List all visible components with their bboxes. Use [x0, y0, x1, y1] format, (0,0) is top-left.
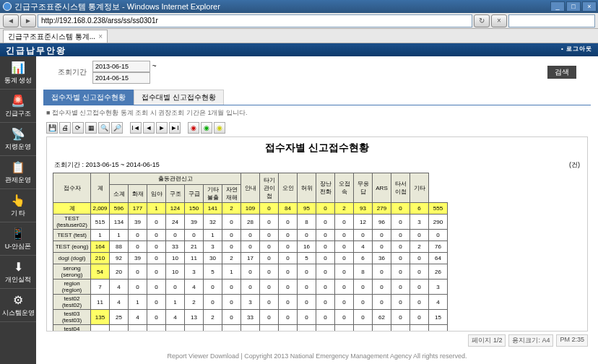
export-green-icon[interactable]: ◉ — [201, 122, 212, 134]
close-button[interactable]: × — [582, 1, 597, 12]
header-links[interactable]: • 로그아웃 — [561, 45, 592, 55]
report-statusbar: 페이지 1/2 용지크기: A4 PM 2:35 — [36, 333, 598, 348]
save-icon[interactable]: 💾 — [46, 122, 58, 134]
last-page-icon[interactable]: ►I — [169, 122, 181, 134]
report-table: 접수자계출동관련신고안내타기관이첩오인허위장난전화오접속무응답ARS타서이첩기타… — [53, 173, 448, 332]
paper-size: 용지크기: A4 — [508, 334, 553, 347]
report-title: 접수자별 신고접수현황 — [47, 137, 587, 159]
clock: PM 2:35 — [556, 334, 588, 347]
browser-tabstrip: 긴급구조표준시스템 통계... × — [0, 29, 598, 43]
address-bar: ◄ ► ↻ × — [0, 13, 598, 29]
period-label: 조회기간 — [58, 67, 87, 77]
report-period: 조회기간 : 2013-06-15 ~ 2014-06-15 — [54, 160, 160, 170]
grid-icon[interactable]: ▦ — [85, 122, 97, 134]
sidebar-item-4[interactable]: 👆기 타 — [0, 189, 36, 222]
sidebar-icon: 📋 — [11, 160, 25, 174]
sidebar-icon: 📡 — [11, 127, 25, 141]
zoom-out-icon[interactable]: 🔎 — [111, 122, 123, 134]
sidebar-item-5[interactable]: 📱U-안심폰 — [0, 222, 36, 256]
next-page-icon[interactable]: ► — [156, 122, 168, 134]
sidebar-item-1[interactable]: 🚨긴급구조 — [0, 90, 36, 123]
report-viewer[interactable]: 접수자별 신고접수현황 조회기간 : 2013-06-15 ~ 2014-06-… — [46, 136, 588, 332]
tab-by-receiver[interactable]: 접수자별 신고접수현황 — [43, 90, 134, 105]
page-header: 긴급납무안왕 • 로그아웃 — [0, 43, 598, 56]
sidebar-item-2[interactable]: 📡지령운영 — [0, 123, 36, 156]
sidebar-label: 통계 생성 — [4, 76, 32, 85]
date-to-input[interactable] — [92, 72, 150, 84]
zoom-in-icon[interactable]: 🔍 — [98, 122, 110, 134]
sidebar-icon: 🚨 — [11, 94, 25, 108]
sidebar-label: 시스템운영 — [2, 308, 35, 318]
stop-button[interactable]: × — [491, 14, 507, 27]
tab-label: 긴급구조표준시스템 통계... — [8, 32, 95, 42]
refresh-button[interactable]: ↻ — [474, 14, 490, 27]
sidebar-label: 지령운영 — [5, 142, 31, 152]
sidebar-icon: 👆 — [11, 194, 25, 207]
report-toolbar: 💾 🖨 ⟳ ▦ 🔍 🔎 I◄ ◄ ► ►I ◉ ◉ ◉ — [36, 121, 598, 135]
sidebar-item-7[interactable]: ⚙시스템운영 — [0, 289, 36, 322]
print-icon[interactable]: 🖨 — [59, 122, 71, 134]
page-indicator: 페이지 1/2 — [468, 334, 506, 347]
tab-by-desk[interactable]: 접수대별 신고접수현황 — [134, 90, 224, 105]
page-footer: Report Viewer Download | Copyright 2013 … — [36, 348, 598, 364]
window-controls: _ □ × — [550, 1, 598, 12]
prev-page-icon[interactable]: ◄ — [143, 122, 155, 134]
query-note: ■ 접수자별 신고접수현황 통계 조회 시 권장조회 기간은 1개월 입니다. — [36, 105, 598, 121]
report-unit: (건) — [569, 160, 580, 170]
export-yellow-icon[interactable]: ◉ — [214, 122, 225, 134]
sidebar: 📊통계 생성🚨긴급구조📡지령운영📋관제운영👆기 타📱U-안심폰⬇개인실적⚙시스템… — [0, 56, 36, 364]
sidebar-icon: 📊 — [11, 61, 25, 74]
sidebar-label: 개인실적 — [5, 275, 31, 285]
forward-button[interactable]: ► — [20, 14, 36, 27]
date-from-input[interactable] — [92, 61, 150, 72]
main-content: 조회기간 ~ 검색 접수자별 신고접수현황 접수대별 신고접수현황 ■ 접수자별… — [36, 56, 598, 364]
maximize-button[interactable]: □ — [566, 1, 581, 12]
window-title: 긴급구조표준시스템 통계정보 - Windows Internet Explor… — [14, 0, 220, 13]
content-tabs: 접수자별 신고접수현황 접수대별 신고접수현황 — [43, 90, 591, 105]
sidebar-item-6[interactable]: ⬇개인실적 — [0, 256, 36, 289]
sidebar-icon: 📱 — [11, 227, 25, 240]
url-input[interactable] — [38, 14, 472, 27]
ie-icon — [3, 2, 12, 11]
sidebar-icon: ⚙ — [13, 293, 23, 307]
search-button[interactable]: 검색 — [547, 66, 576, 79]
sidebar-item-0[interactable]: 📊통계 생성 — [0, 56, 36, 90]
window-titlebar: 긴급구조표준시스템 통계정보 - Windows Internet Explor… — [0, 0, 598, 13]
sidebar-item-3[interactable]: 📋관제운영 — [0, 156, 36, 189]
refresh-icon[interactable]: ⟳ — [72, 122, 84, 134]
first-page-icon[interactable]: I◄ — [130, 122, 142, 134]
sidebar-icon: ⬇ — [14, 260, 23, 274]
close-tab-icon[interactable]: × — [98, 32, 103, 40]
filter-bar: 조회기간 ~ 검색 — [36, 56, 598, 88]
back-button[interactable]: ◄ — [3, 14, 19, 27]
export-red-icon[interactable]: ◉ — [188, 122, 199, 134]
browser-search-input[interactable] — [508, 14, 595, 27]
sidebar-label: 관제운영 — [5, 176, 31, 185]
minimize-button[interactable]: _ — [550, 1, 565, 12]
browser-tab[interactable]: 긴급구조표준시스템 통계... × — [3, 30, 108, 43]
sidebar-label: 기 타 — [11, 209, 26, 218]
sidebar-label: U-안심폰 — [5, 242, 32, 251]
brand-title: 긴급납무안왕 — [6, 45, 66, 55]
sidebar-label: 긴급구조 — [5, 109, 31, 118]
